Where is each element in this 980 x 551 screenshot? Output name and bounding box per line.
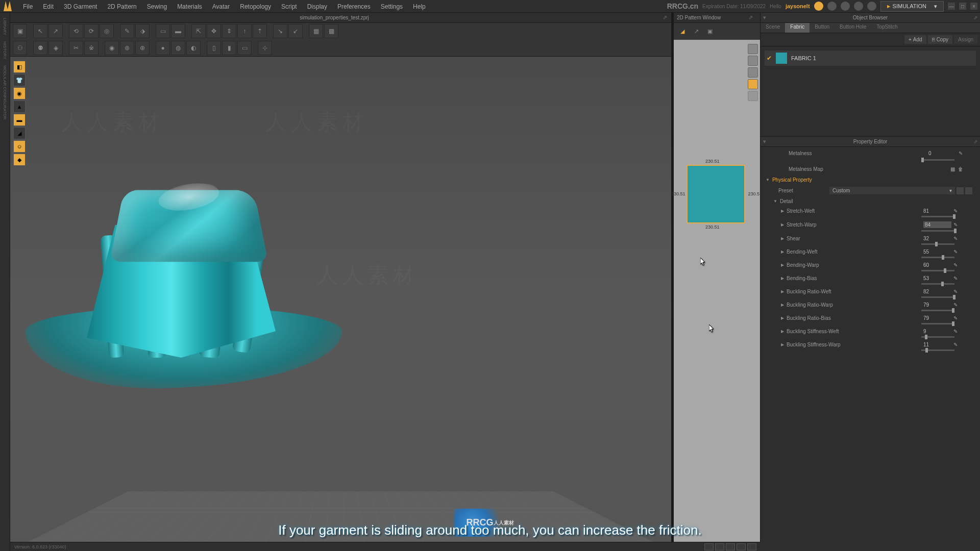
pattern-canvas-2d[interactable]: 230.51 230.51 230.51 230.5: [674, 40, 760, 551]
simulation-button[interactable]: SIMULATION▾: [880, 1, 944, 12]
chevron-right-icon[interactable]: ▶: [781, 236, 784, 241]
ptool-5-icon[interactable]: [748, 91, 758, 101]
tool-rotate-icon[interactable]: ⟳: [84, 24, 99, 38]
prop-slider[interactable]: [921, 270, 954, 271]
vp-render-icon[interactable]: ▬: [13, 114, 26, 126]
user-icon[interactable]: [841, 2, 850, 11]
tool-sphere-icon[interactable]: ●: [156, 41, 170, 55]
chevron-right-icon[interactable]: ▶: [781, 249, 784, 254]
sb-icon-4[interactable]: [737, 543, 746, 550]
tool-v3-icon[interactable]: ▭: [237, 41, 252, 55]
cloud-icon[interactable]: [814, 2, 823, 11]
tool-globe-icon[interactable]: ◍: [171, 41, 185, 55]
prop-value[interactable]: 84: [923, 221, 951, 228]
pe-popout-icon[interactable]: ⇗: [973, 139, 977, 144]
menu-help[interactable]: Help: [408, 2, 431, 12]
edit-icon[interactable]: ✎: [951, 236, 960, 241]
prop-slider[interactable]: [921, 257, 954, 258]
window-minimize[interactable]: —: [948, 3, 955, 10]
viewport-3d[interactable]: ◧ 👕 ◉ ▲ ▬ ◢ ☺ ◆ 人人素材 人人素材 人人素材: [10, 57, 671, 551]
vp-texture-icon[interactable]: ◧: [13, 61, 26, 73]
add-button[interactable]: + Add: [904, 35, 926, 44]
fabric-list-item[interactable]: ✔ FABRIC 1: [765, 51, 976, 66]
ptool-1-icon[interactable]: [748, 44, 758, 54]
tool-avatar-icon[interactable]: ⚇: [13, 41, 27, 55]
tool-updown-icon[interactable]: ⇕: [222, 24, 236, 38]
tool-select-icon[interactable]: ▣: [13, 24, 27, 38]
tool-arrow2-icon[interactable]: ⇱: [191, 24, 206, 38]
prop-slider[interactable]: [921, 336, 954, 338]
tool-line2-icon[interactable]: ↙: [288, 24, 303, 38]
tool-rect-icon[interactable]: ▬: [171, 24, 185, 38]
menu-edit[interactable]: Edit: [38, 2, 59, 12]
chevron-right-icon[interactable]: ▶: [781, 289, 784, 294]
chevron-down-icon[interactable]: ▼: [773, 199, 777, 204]
tool-scale-icon[interactable]: ◎: [100, 24, 114, 38]
speaker-icon[interactable]: [827, 2, 837, 11]
pattern-tool-transform[interactable]: ▣: [704, 26, 716, 38]
chevron-down-icon[interactable]: ▼: [766, 178, 770, 182]
ob-collapse-icon[interactable]: ▾: [763, 14, 766, 21]
preset-dropdown[interactable]: Custom▾: [829, 187, 955, 194]
tool-line-icon[interactable]: ↘: [273, 24, 287, 38]
pattern-tool-select[interactable]: ◢: [676, 26, 689, 38]
chevron-right-icon[interactable]: ▶: [781, 303, 784, 307]
prop-slider[interactable]: [921, 310, 954, 311]
prop-slider[interactable]: [921, 243, 954, 245]
tool-pose-icon[interactable]: ⚉: [33, 41, 47, 55]
chevron-right-icon[interactable]: ▶: [781, 276, 784, 281]
tab-scene[interactable]: Scene: [761, 23, 785, 33]
assign-button[interactable]: Assign: [954, 35, 977, 44]
edit-icon[interactable]: ✎: [951, 276, 960, 281]
menu-materials[interactable]: Materials: [172, 2, 207, 12]
prop-value[interactable]: 79: [923, 302, 951, 308]
edit-icon[interactable]: ✎: [951, 289, 960, 294]
window-close[interactable]: ×: [970, 3, 977, 10]
tab-fabric[interactable]: Fabric: [785, 23, 810, 33]
prop-slider[interactable]: [921, 349, 954, 351]
menu-preferences[interactable]: Preferences: [332, 2, 376, 12]
prop-slider[interactable]: [921, 216, 954, 217]
menu-avatar[interactable]: Avatar: [207, 2, 235, 12]
pattern-tool-edit[interactable]: ↗: [690, 26, 702, 38]
metalness-slider[interactable]: [921, 159, 954, 161]
document-tab[interactable]: simulation_properties_test.zprj: [300, 15, 369, 20]
tool-cloth-icon[interactable]: ◉: [105, 41, 119, 55]
menu-sewing[interactable]: Sewing: [142, 2, 172, 12]
ptool-2-icon[interactable]: [748, 56, 758, 66]
prop-value[interactable]: 79: [923, 315, 951, 321]
sb-icon-2[interactable]: [715, 543, 724, 550]
sidebar-history[interactable]: HISTORY: [3, 41, 7, 59]
pattern-piece[interactable]: 230.51 230.51 230.51 230.5: [687, 165, 745, 223]
prop-slider[interactable]: [921, 230, 954, 232]
tool-move-icon[interactable]: ⟲: [69, 24, 83, 38]
help-icon[interactable]: [854, 2, 863, 11]
sb-icon-3[interactable]: [726, 543, 735, 550]
ptool-4-icon[interactable]: [748, 79, 758, 89]
edit-icon[interactable]: ✎: [951, 208, 960, 214]
ptool-3-icon[interactable]: [748, 67, 758, 78]
prop-value[interactable]: 32: [923, 236, 951, 241]
tab-button-hole[interactable]: Button Hole: [835, 23, 871, 33]
sb-icon-1[interactable]: [704, 543, 714, 550]
tool-light-icon[interactable]: ◐: [186, 41, 201, 55]
edit-icon[interactable]: ✎: [957, 151, 965, 156]
sidebar-modular[interactable]: MODULAR CONFIGURATOR: [3, 65, 7, 119]
prop-value[interactable]: 55: [923, 249, 951, 255]
physical-property-label[interactable]: Physical Property: [772, 177, 975, 183]
pe-collapse-icon[interactable]: ▾: [763, 138, 766, 145]
menu-retopology[interactable]: Retopology: [235, 2, 276, 12]
sidebar-library[interactable]: LIBRARY: [3, 18, 7, 35]
edit-icon[interactable]: ✎: [951, 329, 960, 334]
tool-mesh-icon[interactable]: ⊛: [120, 41, 134, 55]
tab-button[interactable]: Button: [810, 23, 835, 33]
tool-pen-icon[interactable]: ✎: [120, 24, 134, 38]
chevron-right-icon[interactable]: ▶: [781, 329, 784, 334]
prop-value[interactable]: 60: [923, 262, 951, 268]
tool-pin-icon[interactable]: ◈: [48, 41, 63, 55]
tool-arrow-icon[interactable]: ↖: [33, 24, 47, 38]
tool-cross-icon[interactable]: ✥: [207, 24, 221, 38]
chevron-right-icon[interactable]: ▶: [781, 222, 784, 227]
tool-grid-icon[interactable]: ▩: [324, 24, 338, 38]
chevron-right-icon[interactable]: ▶: [781, 316, 784, 320]
